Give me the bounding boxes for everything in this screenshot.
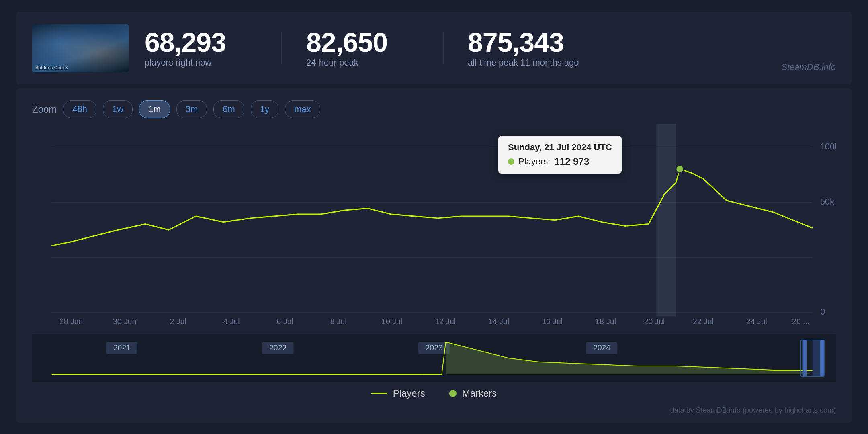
legend-players: Players (371, 388, 425, 399)
legend-players-label: Players (393, 388, 425, 399)
stat-divider-2 (443, 32, 444, 64)
current-players-number: 68,293 (145, 29, 226, 56)
24h-peak-label: 24-hour peak (306, 57, 358, 68)
alltime-peak-label: all-time peak 11 months ago (468, 57, 579, 68)
svg-text:6 Jul: 6 Jul (277, 317, 293, 326)
zoom-1y[interactable]: 1y (251, 100, 278, 118)
steamdb-credit: SteamDB.info (781, 62, 836, 72)
svg-text:2021: 2021 (113, 343, 131, 352)
svg-text:16 Jul: 16 Jul (542, 317, 563, 326)
svg-text:2022: 2022 (269, 343, 287, 352)
svg-text:20 Jul: 20 Jul (644, 317, 665, 326)
zoom-1m[interactable]: 1m (139, 100, 170, 118)
stat-current-players: 68,293 players right now (145, 29, 257, 68)
legend-players-icon (371, 393, 387, 394)
game-cover (32, 24, 129, 72)
svg-text:12 Jul: 12 Jul (435, 317, 456, 326)
svg-text:4 Jul: 4 Jul (223, 317, 240, 326)
chart-container: Zoom 48h 1w 1m 3m 6m 1y max Sunday, 21 J… (16, 88, 852, 423)
current-players-label: players right now (145, 57, 211, 68)
stat-divider-1 (281, 32, 282, 64)
main-chart-svg: 100k 50k 0 28 Jun 30 Jun 2 Jul 4 Jul 6 J… (32, 124, 836, 328)
svg-text:8 Jul: 8 Jul (330, 317, 347, 326)
overview-svg: 2021 2022 2023 2024 (32, 334, 836, 382)
alltime-peak-number: 875,343 (468, 29, 564, 56)
svg-text:30 Jun: 30 Jun (113, 317, 136, 326)
chart-legend: Players Markers (32, 388, 836, 399)
zoom-3m[interactable]: 3m (176, 100, 207, 118)
zoom-label: Zoom (32, 104, 57, 115)
legend-markers: Markers (449, 388, 497, 399)
main-chart-area: Sunday, 21 Jul 2024 UTC Players: 112 973… (32, 124, 836, 328)
svg-point-8 (676, 165, 684, 173)
svg-rect-24 (32, 334, 836, 382)
svg-rect-36 (802, 340, 807, 376)
zoom-6m[interactable]: 6m (213, 100, 244, 118)
legend-markers-label: Markers (462, 388, 497, 399)
svg-text:2024: 2024 (593, 343, 610, 352)
overview-chart: 2021 2022 2023 2024 (32, 334, 836, 382)
svg-rect-7 (656, 124, 676, 316)
svg-text:14 Jul: 14 Jul (488, 317, 509, 326)
svg-text:26 ...: 26 ... (792, 317, 809, 326)
svg-text:22 Jul: 22 Jul (693, 317, 714, 326)
svg-rect-37 (820, 340, 824, 376)
svg-text:2 Jul: 2 Jul (170, 317, 186, 326)
svg-text:100k: 100k (820, 142, 836, 151)
svg-text:24 Jul: 24 Jul (746, 317, 767, 326)
header-section: 68,293 players right now 82,650 24-hour … (16, 12, 852, 84)
app-container: 68,293 players right now 82,650 24-hour … (0, 0, 868, 434)
zoom-1w[interactable]: 1w (103, 100, 133, 118)
svg-text:2023: 2023 (425, 343, 442, 352)
24h-peak-number: 82,650 (306, 29, 387, 56)
svg-text:0: 0 (820, 307, 825, 317)
legend-markers-icon (449, 390, 457, 397)
zoom-48h[interactable]: 48h (63, 100, 96, 118)
svg-text:50k: 50k (820, 197, 834, 207)
data-credit: data by SteamDB.info (powered by highcha… (32, 405, 836, 415)
stat-24h-peak: 82,650 24-hour peak (306, 29, 419, 68)
svg-text:28 Jun: 28 Jun (59, 317, 83, 326)
zoom-bar: Zoom 48h 1w 1m 3m 6m 1y max (32, 100, 836, 118)
svg-text:18 Jul: 18 Jul (595, 317, 616, 326)
svg-text:10 Jul: 10 Jul (381, 317, 402, 326)
stat-alltime-peak: 875,343 all-time peak 11 months ago (468, 29, 580, 68)
zoom-max[interactable]: max (285, 100, 320, 118)
